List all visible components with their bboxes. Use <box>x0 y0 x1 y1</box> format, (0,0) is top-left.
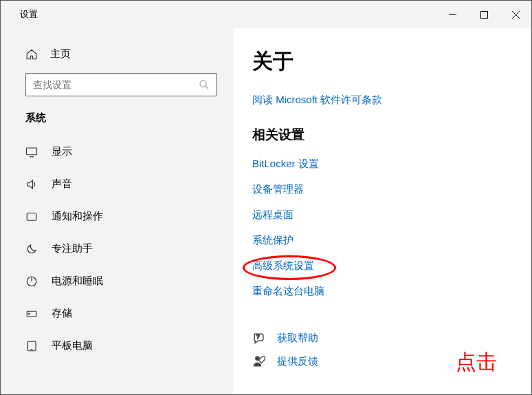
sidebar-item-label: 存储 <box>52 307 72 320</box>
minimize-button[interactable] <box>436 1 468 28</box>
home-label: 主页 <box>50 47 71 61</box>
tablet-icon <box>25 340 38 352</box>
sidebar-item-label: 平板电脑 <box>52 339 93 352</box>
get-help-link[interactable]: ? 获取帮助 <box>252 331 518 345</box>
related-settings-heading: 相关设置 <box>252 126 518 144</box>
sidebar-item-display[interactable]: 显示 <box>1 136 233 168</box>
power-icon <box>25 275 38 288</box>
page-title: 关于 <box>252 47 518 76</box>
svg-rect-1 <box>480 11 487 18</box>
svg-text:?: ? <box>256 333 260 340</box>
main-panel: 关于 阅读 Microsoft 软件许可条款 相关设置 BitLocker 设置… <box>233 28 531 394</box>
sound-icon <box>25 178 38 191</box>
home-nav[interactable]: 主页 <box>1 42 233 73</box>
sidebar-item-notifications[interactable]: 通知和操作 <box>1 200 233 233</box>
search-icon <box>199 79 210 90</box>
related-link-advanced-system-settings[interactable]: 高级系统设置 <box>252 259 314 273</box>
feedback-icon <box>252 354 266 368</box>
sidebar-item-storage[interactable]: 存储 <box>1 297 233 330</box>
feedback-label: 提供反馈 <box>277 355 318 368</box>
storage-icon <box>25 308 38 320</box>
sidebar-item-label: 专注助手 <box>52 242 93 255</box>
annotation-label: 点击 <box>456 348 497 376</box>
sidebar-item-label: 通知和操作 <box>52 210 103 223</box>
related-link-remote-desktop[interactable]: 远程桌面 <box>252 209 518 222</box>
notification-icon <box>25 211 38 223</box>
sidebar-item-label: 声音 <box>52 178 72 191</box>
sidebar-item-tablet[interactable]: 平板电脑 <box>1 330 233 362</box>
sidebar-item-label: 显示 <box>52 145 72 158</box>
related-link-bitlocker[interactable]: BitLocker 设置 <box>252 158 518 171</box>
svg-rect-8 <box>27 213 36 220</box>
window-title: 设置 <box>1 8 436 21</box>
svg-point-12 <box>29 313 30 314</box>
close-button[interactable] <box>500 1 531 28</box>
svg-point-4 <box>200 81 206 87</box>
sidebar-item-label: 电源和睡眠 <box>52 275 103 288</box>
related-link-rename-pc[interactable]: 重命名这台电脑 <box>252 285 518 298</box>
license-link[interactable]: 阅读 Microsoft 软件许可条款 <box>252 94 518 107</box>
sidebar-item-power-sleep[interactable]: 电源和睡眠 <box>1 265 233 297</box>
get-help-label: 获取帮助 <box>277 332 318 345</box>
titlebar: 设置 <box>1 1 531 28</box>
sidebar-section-label: 系统 <box>1 109 233 136</box>
related-link-device-manager[interactable]: 设备管理器 <box>252 183 518 196</box>
svg-line-5 <box>206 86 208 89</box>
home-icon <box>25 48 38 61</box>
monitor-icon <box>25 146 38 158</box>
search-input[interactable] <box>25 73 217 96</box>
sidebar-item-sound[interactable]: 声音 <box>1 168 233 200</box>
svg-rect-6 <box>27 148 37 155</box>
moon-icon <box>25 243 38 255</box>
sidebar-item-focus-assist[interactable]: 专注助手 <box>1 233 233 265</box>
help-icon: ? <box>252 331 266 345</box>
related-link-system-protection[interactable]: 系统保护 <box>252 234 518 247</box>
sidebar: 主页 系统 显示 <box>1 28 233 394</box>
maximize-button[interactable] <box>468 1 500 28</box>
